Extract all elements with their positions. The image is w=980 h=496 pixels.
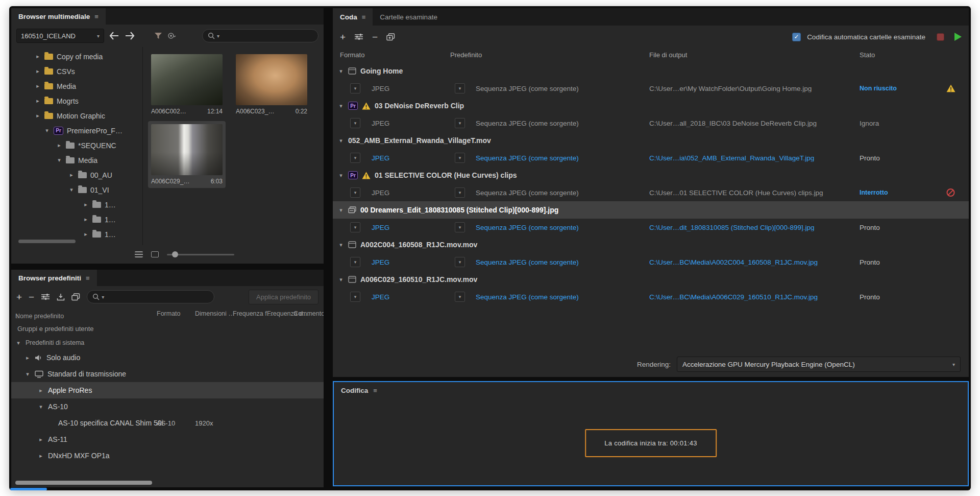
auto-encode-checkbox[interactable]: ✓ <box>792 33 801 41</box>
column-preset[interactable]: Predefinito <box>450 51 482 59</box>
queue-item-row[interactable]: ▾ JPEG ▾ Sequenza JPEG (come sorgente) C… <box>333 80 969 97</box>
preset-dropdown[interactable]: ▾ <box>455 292 465 302</box>
panel-menu-icon[interactable]: ≡ <box>362 13 366 21</box>
start-queue-button[interactable] <box>954 33 962 41</box>
format-dropdown[interactable]: ▾ <box>350 83 360 93</box>
expander-icon[interactable]: ▾ <box>68 186 75 193</box>
preset-value[interactable]: Sequenza JPEG (come sorgente) <box>476 224 579 231</box>
queue-group-row[interactable]: ▾ A006C029_160510_R1JC.mov.mov <box>333 271 969 288</box>
output-path[interactable]: C:\User…ia\052_AMB_External_Rwanda_Villa… <box>649 154 851 162</box>
remove-source-button[interactable]: − <box>372 32 378 42</box>
tree-item[interactable]: ▸*SEQUENC <box>11 138 142 153</box>
preset-dropdown[interactable]: ▾ <box>455 257 465 267</box>
preset-group-row-selected[interactable]: ▸ Apple ProRes <box>11 382 324 398</box>
expander-icon[interactable]: ▾ <box>338 103 344 109</box>
thumbnail-size-slider[interactable] <box>167 254 234 255</box>
preset-value[interactable]: Sequenza JPEG (come sorgente) <box>476 85 579 92</box>
renderer-dropdown[interactable]: Accelerazione GPU Mercury Playback Engin… <box>677 357 961 372</box>
tree-item[interactable]: ▸Mogrts <box>11 93 142 108</box>
preset-search-input[interactable]: ▾ <box>87 290 214 303</box>
column-format[interactable]: Formato <box>157 310 181 317</box>
preset-group-row[interactable]: ▾ AS-10 <box>11 398 324 415</box>
queue-group-row[interactable]: ▾ Pr 01 SELECTIVE COLOR (Hue Curves) cli… <box>333 167 969 184</box>
output-path[interactable]: C:\User…er\My WatchFolder\Output\Going H… <box>649 85 851 92</box>
expander-icon[interactable]: ▸ <box>83 216 89 223</box>
column-status[interactable]: Stato <box>860 51 875 59</box>
duplicate-preset-button[interactable] <box>71 293 80 301</box>
format-dropdown[interactable]: ▾ <box>350 187 360 198</box>
search-input[interactable]: ▾ <box>202 29 318 42</box>
expander-icon[interactable]: ▾ <box>15 340 21 346</box>
tree-item[interactable]: ▸Motion Graphic <box>11 108 142 123</box>
expander-icon[interactable]: ▾ <box>338 68 344 75</box>
format-value[interactable]: JPEG <box>372 85 389 92</box>
preset-dropdown[interactable]: ▾ <box>455 83 465 93</box>
format-value[interactable]: JPEG <box>372 293 389 301</box>
horizontal-scrollbar[interactable] <box>15 481 152 485</box>
expander-icon[interactable]: ▾ <box>44 127 50 134</box>
tree-item[interactable]: ▾PrPremierePro_F… <box>11 123 142 138</box>
expander-icon[interactable]: ▸ <box>83 231 89 238</box>
queue-item-row[interactable]: ▾ JPEG ▾ Sequenza JPEG (come sorgente) C… <box>333 184 969 201</box>
format-value[interactable]: JPEG <box>372 189 389 197</box>
queue-item-row[interactable]: ▾ JPEG ▾ Sequenza JPEG (come sorgente) C… <box>333 253 969 271</box>
tree-item[interactable]: ▾Media <box>11 153 142 168</box>
add-source-button[interactable]: + <box>340 32 346 42</box>
expander-icon[interactable]: ▾ <box>338 137 344 144</box>
preset-group-row[interactable]: ▾ Standard di trasmissione <box>11 366 324 382</box>
queue-item-row[interactable]: ▾ JPEG ▾ Sequenza JPEG (come sorgente) C… <box>333 149 969 167</box>
media-thumbnail-selected[interactable]: A006C029_…6:03 <box>148 121 226 188</box>
apply-preset-button[interactable]: Applica predefinito <box>249 290 318 304</box>
queue-item-row[interactable]: ▾ JPEG ▾ Sequenza JPEG (come sorgente) C… <box>333 114 969 132</box>
tree-item[interactable]: ▸1… <box>11 197 142 212</box>
expander-icon[interactable]: ▾ <box>338 276 344 283</box>
import-preset-button[interactable] <box>57 293 65 301</box>
column-format[interactable]: Formato <box>340 51 364 59</box>
expander-icon[interactable]: ▸ <box>35 83 41 89</box>
format-dropdown[interactable]: ▾ <box>350 222 360 232</box>
format-dropdown[interactable]: ▾ <box>350 153 360 163</box>
output-path[interactable]: C:\User…BC\Media\A006C029_160510_R1JC.mo… <box>649 293 851 301</box>
format-value[interactable]: JPEG <box>372 120 389 127</box>
preset-dropdown[interactable]: ▾ <box>455 118 465 128</box>
preset-settings-button[interactable] <box>41 293 50 300</box>
output-path[interactable]: C:\User…dit_1808310085 (Stitched Clip)[0… <box>649 224 851 231</box>
preset-section-user[interactable]: Gruppi e predefiniti utente <box>11 321 324 336</box>
preset-dropdown[interactable]: ▾ <box>455 187 465 198</box>
preset-group-row[interactable]: ▸ Solo audio <box>11 349 324 366</box>
forward-button[interactable] <box>125 32 135 40</box>
preset-row[interactable]: AS-10 specifica CANAL Shim 50i AS-10 192… <box>11 415 324 431</box>
queue-group-row[interactable]: ▾ Pr 03 DeNoise DeReverb Clip <box>333 97 969 114</box>
tree-item[interactable]: ▸CSVs <box>11 64 142 79</box>
back-button[interactable] <box>109 32 119 40</box>
location-dropdown[interactable]: 160510_ICELAND ▾ <box>16 29 104 43</box>
preset-value[interactable]: Sequenza JPEG (come sorgente) <box>476 154 579 162</box>
preset-value[interactable]: Sequenza JPEG (come sorgente) <box>476 293 579 301</box>
file-type-filter-icon[interactable] <box>167 32 176 39</box>
panel-menu-icon[interactable]: ≡ <box>86 274 90 282</box>
expander-icon[interactable]: ▸ <box>35 98 41 104</box>
list-view-icon[interactable] <box>135 251 143 257</box>
horizontal-scrollbar[interactable] <box>18 240 76 243</box>
preset-value[interactable]: Sequenza JPEG (come sorgente) <box>476 189 579 197</box>
duplicate-button[interactable] <box>386 33 395 41</box>
column-comment[interactable]: Commento <box>293 310 324 317</box>
preset-dropdown[interactable]: ▾ <box>455 153 465 163</box>
output-path[interactable]: C:\User…all_2018_IBC\03 DeNoise DeReverb… <box>649 120 851 127</box>
expander-icon[interactable]: ▸ <box>83 201 89 208</box>
expander-icon[interactable]: ▸ <box>24 355 31 361</box>
expander-icon[interactable]: ▸ <box>35 68 41 75</box>
tab-queue[interactable]: Coda ≡ <box>333 8 373 26</box>
expander-icon[interactable]: ▸ <box>35 53 41 60</box>
expander-icon[interactable]: ▸ <box>38 436 44 443</box>
format-dropdown[interactable]: ▾ <box>350 292 360 302</box>
preset-value[interactable]: Sequenza JPEG (come sorgente) <box>476 258 579 266</box>
tab-preset-browser[interactable]: Browser predefiniti ≡ <box>11 270 97 286</box>
expander-icon[interactable]: ▾ <box>338 172 344 179</box>
column-output[interactable]: File di output <box>649 51 687 59</box>
queue-group-row[interactable]: ▾ 052_AMB_External_Rwanda_VillageT.mov <box>333 132 969 149</box>
format-dropdown[interactable]: ▾ <box>350 118 360 128</box>
queue-settings-button[interactable] <box>354 33 363 40</box>
expander-icon[interactable]: ▾ <box>56 157 62 163</box>
expander-icon[interactable]: ▸ <box>35 112 41 119</box>
